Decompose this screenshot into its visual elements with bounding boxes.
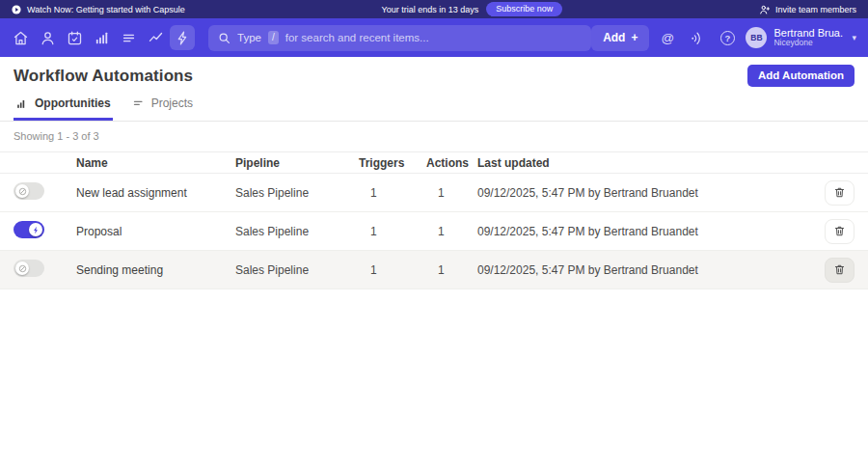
automation-name: Sending meeting (76, 263, 235, 277)
trash-icon (833, 263, 846, 276)
calendar-check-icon (67, 30, 83, 46)
automation-triggers: 1 (359, 263, 426, 277)
tab-bar: Opportunities Projects (0, 87, 868, 122)
page-title: Workflow Automations (14, 67, 193, 86)
delete-automation-button[interactable] (825, 180, 854, 206)
col-header-last-updated: Last updated (477, 156, 803, 170)
lightning-icon (32, 226, 41, 234)
showing-count: Showing 1 - 3 of 3 (0, 122, 868, 149)
automation-pipeline: Sales Pipeline (235, 263, 359, 277)
avatar: BB (746, 27, 767, 48)
toggle-knob (15, 261, 29, 275)
trial-countdown-text: Your trial ends in 13 days (381, 5, 478, 14)
slash-key-badge: / (268, 31, 279, 44)
nav-item-opportunities[interactable] (143, 25, 168, 50)
nav-item-people[interactable] (35, 25, 60, 50)
table-row[interactable]: Sending meeting Sales Pipeline 1 1 09/12… (0, 251, 868, 289)
automation-last-updated: 09/12/2025, 5:47 PM by Bertrand Bruandet (477, 186, 803, 200)
search-type-label: Type (237, 32, 261, 43)
nav-item-lists[interactable] (116, 25, 141, 50)
invite-team-label: Invite team members (775, 5, 856, 14)
automation-triggers: 1 (359, 186, 426, 200)
table-header: Name Pipeline Triggers Actions Last upda… (0, 151, 868, 174)
search-placeholder: for search and recent items... (285, 32, 429, 43)
automation-pipeline: Sales Pipeline (235, 225, 359, 238)
broadcast-button[interactable] (686, 26, 709, 49)
add-automation-button[interactable]: Add Automation (747, 65, 854, 87)
automation-last-updated: 09/12/2025, 5:47 PM by Bertrand Bruandet (477, 263, 803, 277)
trash-icon (833, 225, 846, 237)
nav-item-sales-analytics[interactable] (89, 25, 114, 50)
automation-actions: 1 (426, 225, 477, 238)
toggle-knob (29, 223, 42, 236)
automation-name: Proposal (76, 225, 235, 238)
tab-label: Opportunities (35, 96, 111, 110)
table-row[interactable]: Proposal Sales Pipeline 1 1 09/12/2025, … (0, 212, 868, 251)
automation-pipeline: Sales Pipeline (235, 186, 359, 200)
user-menu[interactable]: BB Bertrand Brua... Niceydone ▾ (746, 27, 860, 48)
col-header-pipeline: Pipeline (235, 156, 359, 170)
nav-item-calendar[interactable] (62, 25, 87, 50)
subscribe-now-button[interactable]: Subscribe now (486, 2, 562, 16)
nav-icon-group (8, 25, 195, 50)
home-icon (13, 30, 29, 46)
watch-now-label: Watch Now: Getting started with Capsule (27, 5, 185, 14)
nav-item-home[interactable] (8, 25, 33, 50)
play-icon (12, 5, 21, 14)
lightning-icon (175, 30, 191, 46)
col-header-name: Name (76, 156, 235, 170)
user-info: Bertrand Brua... Niceydone (773, 27, 843, 48)
bar-chart-icon (94, 30, 110, 46)
table-row[interactable]: New lead assignment Sales Pipeline 1 1 0… (0, 174, 868, 212)
automation-toggle[interactable] (14, 182, 44, 200)
invite-team-button[interactable]: Invite team members (759, 4, 856, 15)
trial-status: Your trial ends in 13 days Subscribe now (381, 2, 562, 16)
automation-triggers: 1 (359, 225, 426, 238)
quick-add-label: Add (603, 31, 625, 44)
question-icon: ? (720, 31, 735, 45)
tab-projects[interactable]: Projects (130, 95, 195, 121)
user-org: Niceydone (773, 39, 843, 48)
disabled-icon (18, 187, 27, 196)
navbar-right-group: Add + @ ? BB Bertrand Brua... Niceydone … (591, 25, 860, 51)
tab-label: Projects (151, 96, 193, 110)
search-icon (218, 32, 231, 44)
main-navbar: Type / for search and recent items... Ad… (0, 18, 868, 57)
trash-icon (833, 186, 846, 199)
help-button[interactable]: ? (716, 26, 739, 49)
automation-toggle[interactable] (14, 221, 44, 238)
automation-last-updated: 09/12/2025, 5:47 PM by Bertrand Bruandet (477, 225, 803, 238)
mentions-button[interactable]: @ (656, 26, 679, 49)
automation-actions: 1 (426, 186, 477, 200)
page-header: Workflow Automations Add Automation (0, 57, 868, 87)
nav-item-automations[interactable] (170, 25, 195, 50)
search-input[interactable]: Type / for search and recent items... (208, 25, 591, 51)
person-icon (40, 30, 56, 46)
automation-name: New lead assignment (76, 186, 235, 200)
automation-toggle[interactable] (14, 260, 44, 277)
broadcast-icon (688, 27, 708, 47)
col-header-actions: Actions (426, 156, 477, 170)
trial-banner: Watch Now: Getting started with Capsule … (0, 0, 868, 18)
list-icon (132, 97, 145, 110)
watch-now-link[interactable]: Watch Now: Getting started with Capsule (12, 5, 185, 14)
app-window: Watch Now: Getting started with Capsule … (0, 0, 868, 467)
col-header-triggers: Triggers (359, 156, 426, 170)
tab-opportunities[interactable]: Opportunities (14, 95, 113, 121)
trending-up-icon (148, 30, 164, 46)
delete-automation-button[interactable] (825, 219, 854, 244)
delete-automation-button[interactable] (825, 258, 854, 283)
automation-actions: 1 (426, 263, 477, 277)
at-icon: @ (662, 31, 675, 45)
chevron-down-icon: ▾ (852, 33, 856, 42)
bar-chart-icon (15, 97, 28, 110)
empty-area (0, 289, 868, 467)
toggle-knob (15, 184, 29, 198)
plus-icon: + (631, 31, 637, 44)
disabled-icon (18, 264, 27, 273)
quick-add-button[interactable]: Add + (591, 25, 649, 51)
list-icon (121, 30, 137, 46)
person-plus-icon (759, 4, 771, 15)
